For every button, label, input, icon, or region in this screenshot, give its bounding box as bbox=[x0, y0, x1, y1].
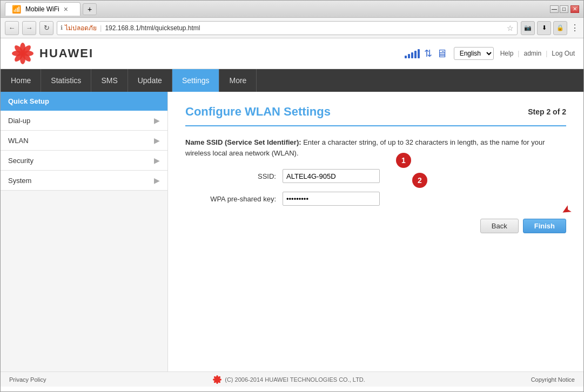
tab-close-button[interactable]: × bbox=[64, 5, 68, 13]
back-button[interactable]: Back bbox=[480, 219, 519, 233]
button-row: Back Finish 3 ➤ bbox=[185, 219, 566, 233]
window-close-button[interactable]: ✕ bbox=[570, 5, 579, 13]
wpa-label: WPA pre-shared key: bbox=[185, 195, 283, 203]
top-bar: HUAWEI ⇅ 🖥 English bbox=[1, 38, 583, 69]
logout-link[interactable]: Log Out bbox=[552, 50, 575, 57]
nav-item-statistics[interactable]: Statistics bbox=[41, 69, 91, 92]
nav-item-home[interactable]: Home bbox=[1, 69, 41, 92]
finish-button[interactable]: Finish bbox=[523, 219, 566, 233]
sidebar-item-system[interactable]: System ▶ bbox=[1, 171, 167, 191]
arrow-icon-system: ▶ bbox=[154, 176, 160, 185]
copyright-notice-link[interactable]: Copyright Notice bbox=[531, 376, 575, 383]
nav-item-update[interactable]: Update bbox=[128, 69, 172, 92]
main-layout: Quick Setup Dial-up ▶ WLAN ▶ Security ▶ … bbox=[1, 92, 583, 371]
ext-icon-2[interactable]: ⬇ bbox=[537, 21, 551, 35]
wpa-input[interactable] bbox=[283, 192, 380, 206]
monitor-icon: 🖥 bbox=[437, 48, 447, 60]
data-transfer-icon: ⇅ bbox=[424, 48, 432, 59]
annotation-circle-1: 1 bbox=[396, 153, 411, 168]
browser-tab[interactable]: 📶 Mobile WiFi × bbox=[5, 2, 80, 16]
top-right-area: ⇅ 🖥 English Help | admin | Log Out bbox=[405, 47, 575, 60]
sidebar-item-wlan[interactable]: WLAN ▶ bbox=[1, 131, 167, 151]
window-minimize-button[interactable]: — bbox=[550, 5, 559, 13]
signal-strength-icon bbox=[405, 49, 420, 58]
sidebar-item-security[interactable]: Security ▶ bbox=[1, 151, 167, 171]
step-indicator: Step 2 of 2 bbox=[528, 107, 566, 116]
help-link[interactable]: Help bbox=[500, 50, 514, 57]
arrow-icon-wlan: ▶ bbox=[154, 136, 160, 145]
logo-area: HUAWEI bbox=[9, 43, 93, 64]
sidebar-item-dialup[interactable]: Dial-up ▶ bbox=[1, 111, 167, 131]
footer: Privacy Policy (C) 2006-2014 HUAWEI TECH… bbox=[1, 371, 583, 387]
sidebar-quick-setup[interactable]: Quick Setup bbox=[1, 92, 167, 111]
annotation-circle-2: 2 bbox=[412, 173, 427, 188]
nav-item-settings[interactable]: Settings bbox=[172, 69, 220, 92]
copyright-text: (C) 2006-2014 HUAWEI TECHNOLOGIES CO., L… bbox=[225, 376, 365, 383]
security-label: ไม่ปลอดภัย bbox=[65, 23, 97, 33]
footer-center: (C) 2006-2014 HUAWEI TECHNOLOGIES CO., L… bbox=[212, 375, 365, 384]
top-links: Help | admin | Log Out bbox=[500, 50, 575, 57]
window-maximize-button[interactable]: □ bbox=[560, 5, 568, 13]
forward-button[interactable]: → bbox=[22, 21, 36, 35]
huawei-footer-icon bbox=[212, 375, 223, 384]
extension-icons: 📷 ⬇ 🔒 bbox=[521, 21, 567, 35]
ssid-description: Name SSID (Service Set Identifier): Ente… bbox=[185, 137, 566, 158]
wpa-form-row: WPA pre-shared key: 2 ➤ bbox=[185, 192, 566, 206]
bookmark-icon[interactable]: ☆ bbox=[507, 24, 514, 32]
security-icon: ℹ bbox=[61, 24, 63, 31]
new-tab-button[interactable]: + bbox=[83, 3, 97, 15]
ext-icon-1[interactable]: 📷 bbox=[521, 21, 535, 35]
ssid-input[interactable] bbox=[283, 169, 380, 183]
nav-item-more[interactable]: More bbox=[219, 69, 257, 92]
arrow-icon-dialup: ▶ bbox=[154, 116, 160, 125]
sidebar: Quick Setup Dial-up ▶ WLAN ▶ Security ▶ … bbox=[1, 92, 168, 371]
huawei-logo-icon bbox=[9, 43, 36, 64]
content-header: Configure WLAN Settings Step 2 of 2 bbox=[185, 105, 566, 126]
refresh-button[interactable]: ↻ bbox=[39, 21, 53, 35]
arrow-icon-security: ▶ bbox=[154, 156, 160, 165]
ssid-label: SSID: bbox=[185, 172, 283, 180]
main-navigation: Home Statistics SMS Update Settings More bbox=[1, 69, 583, 92]
annotation-arrow-3: ➤ bbox=[562, 204, 572, 218]
url-text: 192.168.8.1/html/quicksetup.html bbox=[105, 24, 200, 32]
tab-favicon: 📶 bbox=[12, 5, 21, 13]
language-selector[interactable]: English bbox=[454, 47, 494, 60]
privacy-policy-link[interactable]: Privacy Policy bbox=[9, 376, 46, 383]
logo-text: HUAWEI bbox=[39, 46, 93, 60]
back-button[interactable]: ← bbox=[5, 21, 19, 35]
annotation-1-group: 1 bbox=[396, 153, 411, 168]
separator: | bbox=[100, 24, 102, 32]
content-area: Configure WLAN Settings Step 2 of 2 Name… bbox=[168, 92, 583, 371]
annotation-2-group: 2 bbox=[412, 173, 427, 188]
signal-status-icons: ⇅ 🖥 bbox=[405, 48, 447, 60]
page-title: Configure WLAN Settings bbox=[185, 105, 331, 119]
nav-item-sms[interactable]: SMS bbox=[91, 69, 127, 92]
ssid-form-row: SSID: 1 ➤ bbox=[185, 169, 566, 183]
admin-link[interactable]: admin bbox=[523, 50, 541, 57]
tab-title: Mobile WiFi bbox=[25, 5, 59, 13]
ext-icon-3[interactable]: 🔒 bbox=[553, 21, 567, 35]
browser-menu-icon[interactable]: ⋮ bbox=[570, 23, 579, 33]
address-bar[interactable]: ℹ ไม่ปลอดภัย | 192.168.8.1/html/quickset… bbox=[57, 21, 518, 35]
